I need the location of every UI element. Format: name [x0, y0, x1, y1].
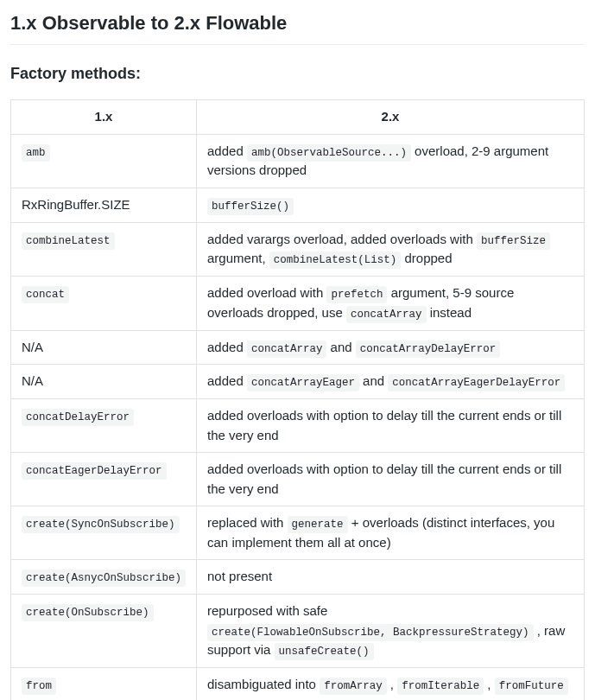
table-header-1x: 1.x	[11, 100, 197, 135]
code-literal: fromIterable	[397, 678, 484, 695]
code-literal: create(AsnycOnSubscribe)	[22, 570, 186, 587]
table-row: create(AsnycOnSubscribe)not present	[11, 560, 585, 595]
code-literal: unsafeCreate()	[275, 643, 374, 660]
code-literal: generate	[288, 516, 348, 533]
code-literal: concatDelayError	[22, 409, 134, 426]
table-header-2x: 2.x	[197, 100, 585, 135]
table-row: combineLatestadded varargs overload, add…	[11, 222, 585, 277]
cell-1x: create(OnSubscribe)	[11, 595, 197, 668]
cell-2x: added overload with prefetch argument, 5…	[197, 277, 585, 331]
cell-2x: added concatArrayEager and concatArrayEa…	[197, 365, 585, 399]
cell-2x: replaced with generate + overloads (dist…	[197, 506, 585, 560]
table-row: create(OnSubscribe)repurposed with safe …	[11, 595, 585, 668]
cell-2x: added concatArray and concatArrayDelayEr…	[197, 330, 585, 365]
code-literal: from	[22, 678, 56, 695]
table-row: create(SyncOnSubscribe)replaced with gen…	[11, 506, 585, 560]
code-literal: concatArrayDelayError	[356, 340, 501, 358]
cell-1x: combineLatest	[11, 222, 197, 277]
cell-2x: added varargs overload, added overloads …	[197, 222, 585, 277]
code-literal: combineLatest(List)	[269, 251, 402, 269]
code-literal: create(OnSubscribe)	[22, 604, 154, 621]
section-title: Factory methods:	[10, 62, 585, 86]
factory-methods-table: 1.x 2.x ambadded amb(ObservableSource...…	[10, 99, 585, 700]
code-literal: fromFuture	[495, 678, 568, 695]
table-row: RxRingBuffer.SIZEbufferSize()	[11, 188, 585, 222]
cell-2x: added amb(ObservableSource...) overload,…	[197, 134, 585, 188]
code-literal: fromArray	[320, 678, 387, 695]
cell-2x: disambiguated into fromArray , fromItera…	[197, 668, 585, 701]
code-literal: amb(ObservableSource...)	[247, 144, 411, 162]
code-literal: prefetch	[326, 286, 387, 303]
table-row: N/Aadded concatArrayEager and concatArra…	[11, 365, 585, 399]
code-literal: concatArray	[346, 306, 427, 323]
table-row: concatadded overload with prefetch argum…	[11, 277, 585, 331]
cell-1x: from	[11, 668, 197, 701]
cell-2x: added overloads with option to delay til…	[197, 453, 585, 506]
code-literal: create(SyncOnSubscribe)	[22, 516, 180, 533]
code-literal: concat	[22, 286, 69, 303]
cell-2x: added overloads with option to delay til…	[197, 399, 585, 453]
code-literal: concatEagerDelayError	[22, 462, 167, 480]
table-row: concatDelayErroradded overloads with opt…	[11, 399, 585, 453]
cell-1x: create(AsnycOnSubscribe)	[11, 560, 197, 595]
cell-1x: concatEagerDelayError	[11, 453, 197, 506]
code-literal: amb	[22, 144, 50, 162]
table-row: ambadded amb(ObservableSource...) overlo…	[11, 134, 585, 188]
code-literal: concatArray	[247, 340, 327, 358]
cell-1x: amb	[11, 134, 197, 188]
cell-2x: not present	[197, 560, 585, 595]
cell-1x: N/A	[11, 365, 197, 399]
table-row: fromdisambiguated into fromArray , fromI…	[11, 668, 585, 701]
cell-1x: concatDelayError	[11, 399, 197, 453]
code-literal: bufferSize	[477, 232, 550, 250]
code-literal: concatArrayEager	[247, 374, 359, 391]
table-row: N/Aadded concatArray and concatArrayDela…	[11, 330, 585, 365]
code-literal: create(FlowableOnSubscribe, Backpressure…	[207, 624, 534, 641]
code-literal: bufferSize()	[207, 198, 294, 215]
cell-2x: repurposed with safe create(FlowableOnSu…	[197, 595, 585, 668]
code-literal: combineLatest	[22, 232, 115, 250]
cell-2x: bufferSize()	[197, 188, 585, 222]
cell-1x: RxRingBuffer.SIZE	[11, 188, 197, 222]
cell-1x: create(SyncOnSubscribe)	[11, 506, 197, 560]
page-title: 1.x Observable to 2.x Flowable	[10, 9, 585, 45]
table-row: concatEagerDelayErroradded overloads wit…	[11, 453, 585, 506]
cell-1x: concat	[11, 277, 197, 331]
code-literal: concatArrayEagerDelayError	[388, 374, 565, 391]
cell-1x: N/A	[11, 330, 197, 365]
